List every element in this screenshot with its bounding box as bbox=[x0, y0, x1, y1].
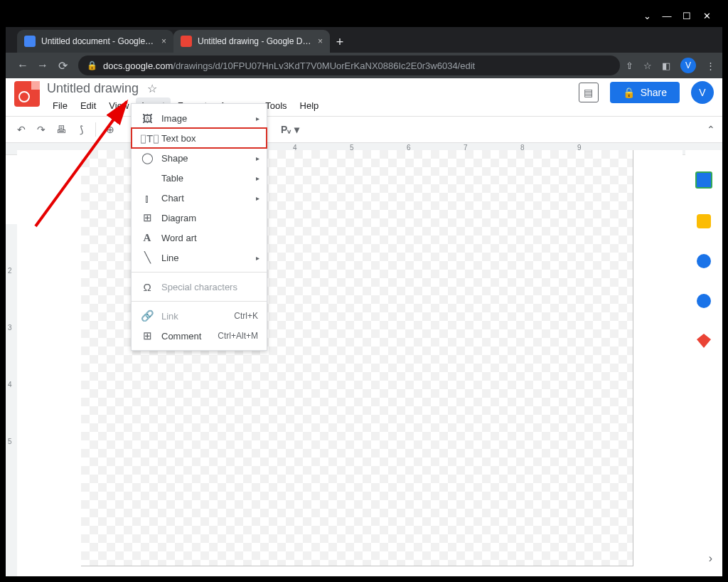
menu-label: Line bbox=[161, 253, 179, 263]
line-icon: ╲ bbox=[140, 251, 154, 264]
insert-menu-dropdown: 🖼 Image ▸ ⌷T⌷ Text box ◯ Shape ▸ Table ▸… bbox=[131, 103, 267, 351]
window-close-icon[interactable]: ✕ bbox=[697, 6, 717, 27]
browser-tab-docs[interactable]: Untitled document - Google Docs × bbox=[17, 30, 173, 53]
insert-chart[interactable]: ⫿ Chart ▸ bbox=[132, 188, 267, 208]
ruler-mark: 4 bbox=[8, 381, 12, 388]
share-label: Share bbox=[641, 87, 667, 98]
star-document-icon[interactable]: ☆ bbox=[147, 82, 157, 95]
undo-button[interactable]: ↶ bbox=[13, 124, 30, 135]
url-bar[interactable]: 🔒 docs.google.com /drawings/d/10FPU07HnL… bbox=[78, 55, 620, 75]
menu-edit[interactable]: Edit bbox=[75, 97, 102, 114]
insert-link: 🔗 Link Ctrl+K bbox=[132, 306, 267, 326]
contacts-icon[interactable] bbox=[697, 294, 711, 308]
tasks-icon[interactable] bbox=[697, 254, 711, 268]
keep-icon[interactable] bbox=[697, 214, 711, 228]
address-bar: ← → ⟳ 🔒 docs.google.com /drawings/d/10FP… bbox=[6, 53, 722, 78]
drawings-logo-icon[interactable] bbox=[14, 81, 40, 107]
separator bbox=[95, 122, 96, 137]
forward-button[interactable]: → bbox=[33, 59, 53, 72]
canvas-area bbox=[17, 150, 682, 576]
url-host: docs.google.com bbox=[103, 60, 173, 71]
insert-text-box[interactable]: ⌷T⌷ Text box bbox=[132, 128, 267, 148]
ruler-mark: 3 bbox=[8, 324, 12, 332]
insert-special-characters: Ω Special characters bbox=[132, 277, 267, 297]
share-url-icon[interactable]: ⇧ bbox=[626, 60, 633, 71]
side-panel bbox=[685, 150, 722, 576]
submenu-arrow-icon: ▸ bbox=[256, 254, 259, 262]
menu-label: Comment bbox=[161, 331, 201, 342]
close-tab-icon[interactable]: × bbox=[318, 36, 323, 46]
menu-label: Diagram bbox=[161, 213, 196, 223]
menu-label: Image bbox=[161, 113, 187, 124]
ruler-mark: 2 bbox=[8, 267, 12, 275]
window-minimize-icon[interactable]: — bbox=[657, 6, 677, 27]
submenu-arrow-icon: ▸ bbox=[256, 174, 259, 182]
insert-word-art[interactable]: A Word art bbox=[132, 228, 267, 248]
menu-label: Word art bbox=[161, 233, 197, 243]
lock-icon: 🔒 bbox=[87, 60, 97, 70]
maps-icon[interactable] bbox=[697, 334, 711, 348]
submenu-arrow-icon: ▸ bbox=[256, 194, 259, 202]
extensions-icon[interactable]: ◧ bbox=[662, 60, 670, 71]
calendar-icon[interactable] bbox=[695, 171, 712, 189]
google-drawings-app: Untitled drawing ☆ File Edit View Insert… bbox=[6, 78, 722, 576]
menu-shortcut: Ctrl+K bbox=[234, 311, 258, 321]
browser-menu-icon[interactable]: ⋮ bbox=[706, 60, 715, 71]
paint-format-button[interactable]: ⟆ bbox=[73, 124, 90, 135]
menu-label: Text box bbox=[161, 133, 196, 144]
window-controls: ⌄ — ☐ ✕ bbox=[6, 6, 722, 27]
reload-button[interactable]: ⟳ bbox=[53, 59, 73, 73]
redo-button[interactable]: ↷ bbox=[33, 124, 50, 135]
menu-separator bbox=[132, 301, 267, 302]
new-tab-button[interactable]: + bbox=[330, 31, 350, 53]
shape-icon: ◯ bbox=[140, 152, 154, 164]
ruler-mark: 5 bbox=[8, 438, 12, 445]
document-name[interactable]: Untitled drawing bbox=[47, 81, 139, 96]
url-path: /drawings/d/10FPU07HnLv3KdT7V0MUorErKaNX… bbox=[173, 60, 475, 71]
image-icon: 🖼 bbox=[140, 112, 154, 125]
tab-strip: Untitled document - Google Docs × Untitl… bbox=[6, 27, 722, 53]
back-button[interactable]: ← bbox=[13, 59, 33, 72]
collapse-toolbar-icon[interactable]: ⌃ bbox=[707, 124, 715, 135]
insert-shape[interactable]: ◯ Shape ▸ bbox=[132, 148, 267, 168]
insert-table[interactable]: Table ▸ bbox=[132, 168, 267, 188]
menu-view[interactable]: View bbox=[103, 97, 134, 114]
menu-separator bbox=[132, 272, 267, 273]
print-button[interactable]: 🖶 bbox=[53, 124, 70, 135]
tab-title: Untitled drawing - Google Drawings bbox=[198, 36, 312, 46]
text-box-icon: ⌷T⌷ bbox=[140, 132, 154, 144]
menu-file[interactable]: File bbox=[47, 97, 73, 114]
lock-icon: 🔒 bbox=[623, 87, 635, 98]
fill-color-button[interactable]: Pᵥ ▾ bbox=[281, 124, 299, 135]
menu-label: Shape bbox=[161, 153, 188, 164]
docs-favicon-icon bbox=[24, 36, 36, 47]
show-side-panel-icon[interactable]: › bbox=[709, 552, 712, 565]
insert-line[interactable]: ╲ Line ▸ bbox=[132, 248, 267, 268]
window-maximize-icon[interactable]: ☐ bbox=[677, 6, 697, 27]
menu-help[interactable]: Help bbox=[294, 97, 325, 114]
close-tab-icon[interactable]: × bbox=[161, 36, 166, 46]
bookmark-star-icon[interactable]: ☆ bbox=[643, 60, 652, 71]
special-characters-icon: Ω bbox=[140, 281, 154, 293]
window-dropdown-icon[interactable]: ⌄ bbox=[637, 6, 657, 27]
account-avatar[interactable]: V bbox=[691, 81, 714, 104]
insert-comment[interactable]: ⊞ Comment Ctrl+Alt+M bbox=[132, 326, 267, 346]
profile-avatar[interactable]: V bbox=[680, 58, 696, 73]
submenu-arrow-icon: ▸ bbox=[256, 115, 259, 122]
comment-history-icon[interactable]: ▤ bbox=[579, 83, 599, 102]
toolbar: ↶ ↷ 🖶 ⟆ ⊕ Pᵥ ▾ ⌃ bbox=[6, 116, 722, 143]
insert-image[interactable]: 🖼 Image ▸ bbox=[132, 108, 267, 128]
vertical-ruler[interactable]: 2 3 4 5 bbox=[6, 224, 18, 576]
browser-window: ⌄ — ☐ ✕ Untitled document - Google Docs … bbox=[0, 0, 728, 582]
menu-label: Chart bbox=[161, 193, 184, 203]
chart-icon: ⫿ bbox=[140, 192, 154, 204]
tab-title: Untitled document - Google Docs bbox=[41, 36, 156, 46]
insert-diagram[interactable]: ⊞ Diagram bbox=[132, 208, 267, 228]
drawings-favicon-icon bbox=[181, 36, 192, 47]
browser-tab-drawings[interactable]: Untitled drawing - Google Drawings × bbox=[173, 30, 330, 53]
submenu-arrow-icon: ▸ bbox=[256, 154, 259, 162]
zoom-button[interactable]: ⊕ bbox=[102, 124, 119, 135]
link-icon: 🔗 bbox=[140, 309, 154, 322]
share-button[interactable]: 🔒 Share bbox=[610, 82, 680, 103]
word-art-icon: A bbox=[140, 232, 154, 244]
